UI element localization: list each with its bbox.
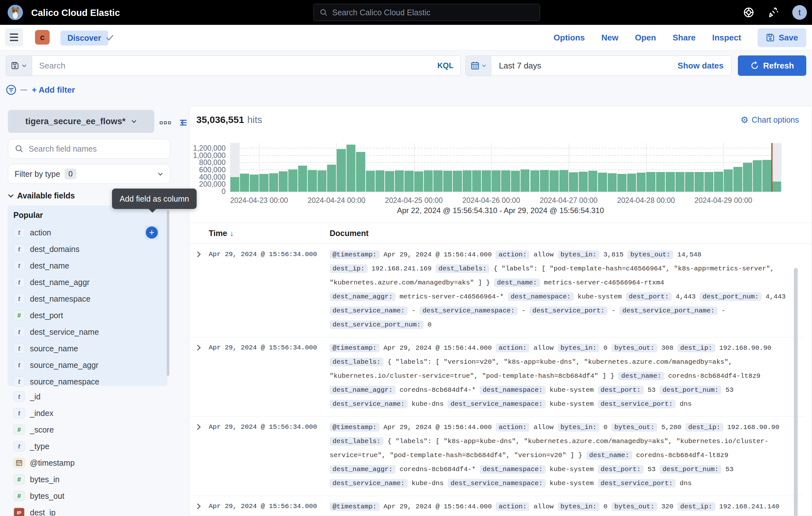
- field-value-pair[interactable]: bytes_in: 0: [558, 423, 608, 432]
- field-value-pair[interactable]: dest_namespace: kube-system: [480, 465, 594, 473]
- histogram-bucket[interactable]: [714, 143, 723, 192]
- field-item-@timestamp[interactable]: @timestamp: [13, 455, 167, 471]
- field-value-pair[interactable]: dest_name: coredns-8cb684df4-lt8z9: [618, 372, 760, 380]
- histogram-bucket[interactable]: [462, 143, 472, 192]
- field-value-pair[interactable]: dest_port_num: 53: [660, 386, 733, 394]
- refresh-button[interactable]: Refresh: [738, 55, 806, 76]
- histogram-chart[interactable]: [230, 143, 781, 192]
- histogram-bucket[interactable]: [598, 143, 607, 192]
- field-value-pair[interactable]: @timestamp: Apr 29, 2024 @ 15:56:44.000: [330, 344, 492, 352]
- histogram-bucket[interactable]: [675, 143, 685, 192]
- filter-icon[interactable]: [6, 84, 17, 95]
- histogram-bucket[interactable]: [375, 143, 385, 192]
- histogram-bucket[interactable]: [288, 143, 297, 192]
- field-value-pair[interactable]: dest_port: 4,443: [626, 292, 696, 301]
- field-item-dest_name[interactable]: tdest_name: [13, 257, 167, 274]
- histogram-bucket[interactable]: [453, 143, 462, 192]
- date-quick-select-button[interactable]: [466, 56, 491, 76]
- histogram-bucket[interactable]: [279, 143, 288, 192]
- user-avatar[interactable]: t: [792, 5, 807, 20]
- field-item-dest_namespace[interactable]: tdest_namespace: [13, 291, 167, 307]
- field-value-pair[interactable]: dest_service_port: dns: [598, 400, 692, 408]
- saved-query-menu-button[interactable]: [6, 56, 32, 76]
- histogram-bucket[interactable]: [491, 143, 501, 192]
- add-field-as-column-button[interactable]: +: [144, 225, 159, 240]
- nav-link-share[interactable]: Share: [673, 33, 696, 43]
- histogram-bucket[interactable]: [230, 143, 240, 192]
- field-value-pair[interactable]: dest_name_aggr: coredns-8cb684df4-*: [330, 465, 476, 473]
- histogram-bucket[interactable]: [501, 143, 510, 192]
- kql-search-input[interactable]: [39, 61, 437, 71]
- nav-link-open[interactable]: Open: [635, 33, 656, 43]
- histogram-bucket[interactable]: [414, 143, 424, 192]
- field-settings-icon[interactable]: [160, 121, 171, 124]
- field-value-pair[interactable]: action: allow: [496, 423, 554, 432]
- histogram-bucket[interactable]: [588, 143, 598, 192]
- field-search-input[interactable]: [29, 144, 164, 154]
- field-value-pair[interactable]: action: allow: [496, 250, 554, 259]
- global-search[interactable]: [313, 4, 540, 21]
- field-value-pair[interactable]: dest_service_namespace: -: [420, 306, 526, 315]
- collapse-sidebar-icon[interactable]: [178, 117, 189, 128]
- field-item-dest_service_name[interactable]: tdest_service_name: [13, 324, 167, 340]
- field-value-pair[interactable]: action: allow: [496, 502, 554, 511]
- histogram-bucket[interactable]: [250, 143, 259, 192]
- field-value-pair[interactable]: dest_port: 53: [598, 465, 656, 473]
- field-value-pair[interactable]: dest_ip: 192.168.241.169: [330, 264, 431, 273]
- field-item-dest_ip[interactable]: IPdest_ip: [13, 504, 167, 516]
- field-item-source_namespace[interactable]: tsource_namespace: [13, 373, 167, 390]
- field-search[interactable]: [8, 139, 170, 159]
- histogram-bucket[interactable]: [259, 143, 268, 192]
- field-value-pair[interactable]: bytes_in: 3,815: [558, 250, 624, 259]
- histogram-bucket[interactable]: [569, 143, 578, 192]
- field-item-source_name_aggr[interactable]: tsource_name_aggr: [13, 357, 167, 373]
- histogram-bucket[interactable]: [743, 143, 752, 192]
- histogram-bucket[interactable]: [733, 143, 743, 192]
- field-item-_id[interactable]: t_id: [13, 388, 167, 405]
- field-item-dest_domains[interactable]: tdest_domains: [13, 241, 167, 257]
- news-icon[interactable]: [767, 7, 779, 18]
- field-value-pair[interactable]: dest_port: 53: [598, 386, 656, 394]
- histogram-bucket[interactable]: [424, 143, 433, 192]
- space-badge[interactable]: c: [35, 30, 50, 45]
- field-item-_type[interactable]: t_type: [13, 438, 167, 455]
- field-value-pair[interactable]: dest_service_name: kube-dns: [330, 479, 443, 488]
- field-value-pair[interactable]: bytes_out: 320: [612, 502, 673, 511]
- field-value-pair[interactable]: bytes_out: 308: [612, 344, 673, 352]
- histogram-bucket[interactable]: [685, 143, 694, 192]
- histogram-bucket[interactable]: [762, 143, 772, 192]
- field-value-pair[interactable]: dest_service_name: -: [330, 306, 415, 315]
- field-value-pair[interactable]: dest_service_port: -: [529, 306, 615, 315]
- available-fields-header[interactable]: Available fields: [9, 191, 75, 200]
- field-value-pair[interactable]: bytes_out: 5,280: [612, 423, 682, 432]
- nav-link-new[interactable]: New: [601, 33, 618, 43]
- show-dates-button[interactable]: Show dates: [678, 61, 724, 71]
- histogram-bucket[interactable]: [336, 143, 346, 192]
- histogram-bucket[interactable]: [327, 143, 336, 192]
- field-item-dest_name_aggr[interactable]: tdest_name_aggr: [13, 274, 167, 291]
- expand-row-icon[interactable]: [195, 424, 200, 430]
- table-scrollbar[interactable]: [794, 268, 798, 516]
- field-item-bytes_in[interactable]: #bytes_in: [13, 471, 167, 488]
- field-value-pair[interactable]: dest_namespace: kube-system: [508, 292, 622, 301]
- chart-options-button[interactable]: ⚙ Chart options: [741, 115, 799, 125]
- histogram-bucket[interactable]: [540, 143, 549, 192]
- sort-descending-icon[interactable]: ↓: [230, 229, 234, 238]
- histogram-bucket[interactable]: [298, 143, 307, 192]
- field-value-pair[interactable]: dest_service_port_num: 0: [330, 320, 431, 329]
- histogram-bucket[interactable]: [520, 143, 530, 192]
- histogram-bucket[interactable]: [269, 143, 279, 192]
- nav-link-options[interactable]: Options: [554, 33, 585, 43]
- histogram-bucket[interactable]: [772, 143, 781, 192]
- field-value-pair[interactable]: dest_name_aggr: coredns-8cb684df4-*: [330, 386, 476, 394]
- menu-icon[interactable]: [5, 28, 23, 46]
- field-value-pair[interactable]: dest_name: metrics-server-c46566964-rtxm…: [494, 278, 664, 287]
- field-value-pair[interactable]: dest_port_num: 4,443: [700, 292, 786, 301]
- field-value-pair[interactable]: dest_service_port_name: -: [619, 306, 725, 315]
- sidebar-scrollbar[interactable]: [167, 210, 169, 376]
- histogram-bucket[interactable]: [395, 143, 404, 192]
- histogram-bucket[interactable]: [665, 143, 675, 192]
- expand-row-icon[interactable]: [195, 503, 200, 509]
- field-value-pair[interactable]: dest_service_name: kube-dns: [330, 400, 443, 408]
- histogram-bucket[interactable]: [646, 143, 656, 192]
